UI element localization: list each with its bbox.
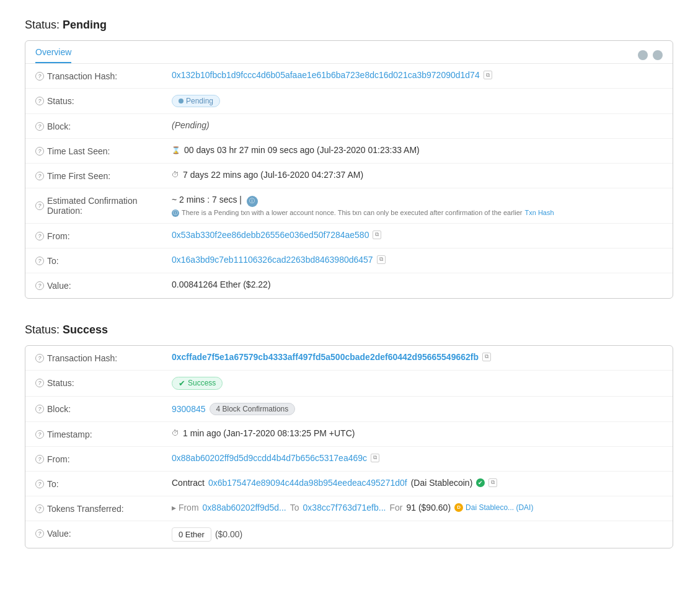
pending-tab-bar: Overview [25,41,673,64]
q-icon: ? [35,97,44,105]
pending-card: Overview ? Transaction Hash: 0x132b10fbc… [25,40,673,299]
success-from-link[interactable]: 0x88ab60202ff9d5d9ccdd4b4d7b656c5317ea46… [172,453,367,463]
pending-status-value: Pending [172,95,663,107]
pending-from-link[interactable]: 0x53ab330f2ee86debb26556e036ed50f7284ae5… [172,230,369,240]
pending-to-link[interactable]: 0x16a3bd9c7eb11106326cad2263bd8463980d64… [172,255,373,265]
success-block-number-link[interactable]: 9300845 [172,404,206,414]
q-icon: ? [35,281,44,290]
success-block-value: 9300845 4 Block Confirmations [172,403,663,415]
verified-icon: ✔ [476,478,485,487]
pending-est-confirm-row: ? Estimated Confirmation Duration: ~ 2 m… [25,188,673,224]
success-card: ? Transaction Hash: 0xcffade7f5e1a67579c… [25,345,673,548]
success-timestamp-label: ? Timestamp: [35,428,172,439]
info-circle-icon: ⓘ [247,196,258,207]
q-icon: ? [35,455,44,464]
q-icon: ? [35,529,44,538]
q-icon: ? [35,480,44,488]
success-to-row: ? To: Contract 0x6b175474e89094c44da98b9… [25,472,673,496]
tab-icon-2 [653,50,663,60]
q-icon: ? [35,257,44,265]
pending-est-confirm-value: ~ 2 mins : 7 secs | ⓘ ⓘ There is a Pendi… [172,195,663,217]
success-value-label: ? Value: [35,527,172,539]
q-icon: ? [35,354,44,363]
tokens-to-link[interactable]: 0x38cc7f763d71efb... [303,503,386,513]
pending-time-last-label: ? Time Last Seen: [35,145,172,156]
success-to-copy-icon[interactable]: ⧉ [488,478,497,487]
duration-container: ~ 2 mins : 7 secs | ⓘ ⓘ There is a Pendi… [172,195,554,217]
success-to-contract-link[interactable]: 0x6b175474e89094c44da98b954eedeac495271d… [208,478,407,488]
success-check-icon: ✔ [179,379,185,388]
success-tokens-value: ▸ From 0x88ab60202ff9d5d... To 0x38cc7f7… [172,503,663,513]
q-icon: ? [35,379,44,387]
pending-tx-hash-row: ? Transaction Hash: 0x132b10fbcb1d9fccc4… [25,64,673,89]
est-confirm-note: ⓘ There is a Pending txn with a lower ac… [172,209,554,217]
success-from-copy-icon[interactable]: ⧉ [371,454,379,462]
success-to-label: ? To: [35,478,172,489]
pending-block-value: (Pending) [172,120,663,130]
value-box: 0 Ether [172,527,211,542]
q-icon: ? [35,147,44,156]
q-icon: ? [35,232,44,240]
pending-time-first-label: ? Time First Seen: [35,170,172,181]
success-tx-copy-icon[interactable]: ⧉ [482,353,491,361]
pending-est-confirm-label: ? Estimated Confirmation Duration: [35,195,172,216]
pending-to-copy-icon[interactable]: ⧉ [377,255,386,264]
pending-value-value: 0.00841264 Ether ($2.22) [172,279,663,289]
pending-tx-hash-value: 0x132b10fbcb1d9fccc4d6b05afaae1e61b6ba72… [172,70,663,80]
pending-from-value: 0x53ab330f2ee86debb26556e036ed50f7284ae5… [172,230,663,240]
success-section-title: Status: Success [25,323,673,337]
pending-to-row: ? To: 0x16a3bd9c7eb11106326cad2263bd8463… [25,249,673,273]
duration-main: ~ 2 mins : 7 secs | ⓘ [172,195,554,207]
pending-status-label: ? Status: [35,95,172,106]
pending-tx-copy-icon[interactable]: ⧉ [484,71,492,79]
pending-section-title: Status: Pending [25,19,673,32]
dai-circle-icon: D [454,503,463,512]
spinner-icon: ⌛ [172,146,180,154]
pending-tx-hash-link[interactable]: 0x132b10fbcb1d9fccc4d6b05afaae1e61b6ba72… [172,70,480,80]
success-value-value: 0 Ether ($0.00) [172,527,663,542]
pending-time-first-row: ? Time First Seen: ⏱ 7 days 22 mins ago … [25,164,673,188]
pending-to-value: 0x16a3bd9c7eb11106326cad2263bd8463980d64… [172,255,663,265]
pending-block-label: ? Block: [35,120,172,131]
success-status-value: ✔ Success [172,377,663,390]
success-tx-hash-text[interactable]: 0xcffade7f5e1a67579cb4333aff497fd5a500cb… [172,352,479,362]
tab-icon-1 [638,50,648,60]
success-from-value: 0x88ab60202ff9d5d9ccdd4b4d7b656c5317ea46… [172,453,663,463]
q-icon: ? [35,430,44,439]
pending-block-row: ? Block: (Pending) [25,114,673,139]
pending-to-label: ? To: [35,255,172,266]
overview-tab[interactable]: Overview [35,47,71,63]
tab-icon-group [638,50,663,60]
pending-from-label: ? From: [35,230,172,241]
dai-token-badge: D Dai Stableco... (DAI) [454,503,533,512]
success-status-row: ? Status: ✔ Success [25,371,673,397]
success-block-label: ? Block: [35,403,172,414]
success-tx-hash-label: ? Transaction Hash: [35,352,172,363]
clock-icon: ⏱ [172,170,179,179]
q-icon: ? [35,504,44,513]
success-tx-hash-row: ? Transaction Hash: 0xcffade7f5e1a67579c… [25,346,673,371]
success-from-row: ? From: 0x88ab60202ff9d5d9ccdd4b4d7b656c… [25,447,673,472]
pending-tx-hash-label: ? Transaction Hash: [35,70,172,81]
clock-icon: ⏱ [172,429,179,438]
q-icon: ? [35,201,44,210]
success-block-row: ? Block: 9300845 4 Block Confirmations [25,397,673,422]
pending-time-first-value: ⏱ 7 days 22 mins ago (Jul-16-2020 04:27:… [172,170,663,180]
success-timestamp-value: ⏱ 1 min ago (Jan-17-2020 08:13:25 PM +UT… [172,428,663,438]
tokens-from-link[interactable]: 0x88ab60202ff9d5d... [203,503,286,513]
info-dot-icon: ⓘ [172,209,179,217]
pending-status-row: ? Status: Pending [25,89,673,114]
success-from-label: ? From: [35,453,172,464]
pending-badge: Pending [172,95,220,107]
pending-time-last-value: ⌛ 00 days 03 hr 27 min 09 secs ago (Jul-… [172,145,663,155]
confirmations-badge: 4 Block Confirmations [210,403,296,415]
pending-time-last-row: ? Time Last Seen: ⌛ 00 days 03 hr 27 min… [25,139,673,164]
q-icon: ? [35,122,44,131]
success-to-value: Contract 0x6b175474e89094c44da98b954eede… [172,478,663,488]
dai-token-link[interactable]: Dai Stableco... (DAI) [466,503,533,512]
pending-value-row: ? Value: 0.00841264 Ether ($2.22) [25,273,673,298]
success-value-row: ? Value: 0 Ether ($0.00) [25,521,673,548]
pending-from-copy-icon[interactable]: ⧉ [373,231,381,239]
success-tokens-label: ? Tokens Transferred: [35,503,172,514]
txn-hash-link[interactable]: Txn Hash [525,209,554,216]
